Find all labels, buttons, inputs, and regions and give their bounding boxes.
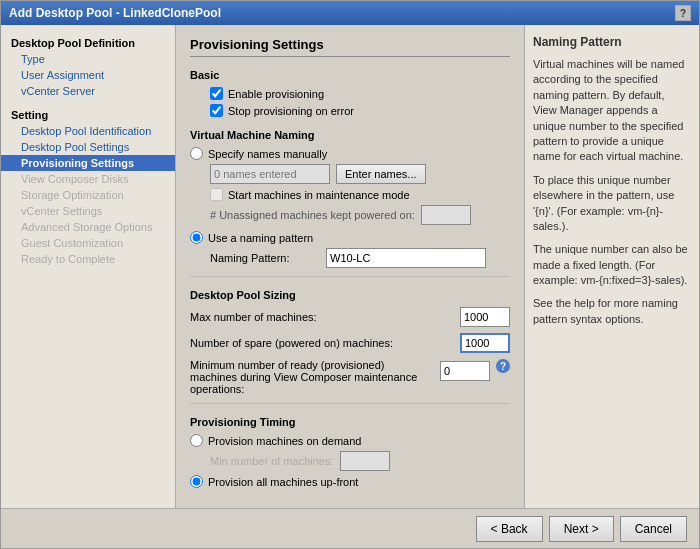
content-area: Desktop Pool Definition Type User Assign… xyxy=(1,25,699,508)
sidebar-item-provisioning-settings[interactable]: Provisioning Settings xyxy=(1,155,175,171)
stop-on-error-checkbox[interactable] xyxy=(210,104,223,117)
main-header: Provisioning Settings xyxy=(190,37,510,57)
sidebar-item-composer-disks: View Composer Disks xyxy=(1,171,175,187)
footer: < Back Next > Cancel xyxy=(1,508,699,548)
names-entered-input[interactable] xyxy=(210,164,330,184)
cancel-button[interactable]: Cancel xyxy=(620,516,687,542)
sidebar-item-guest-customization: Guest Customization xyxy=(1,235,175,251)
help-button[interactable]: ? xyxy=(675,5,691,21)
use-naming-pattern-row: Use a naming pattern xyxy=(190,231,510,244)
min-machines-input[interactable] xyxy=(340,451,390,471)
start-maintenance-checkbox[interactable] xyxy=(210,188,223,201)
specify-manually-label: Specify names manually xyxy=(208,148,327,160)
max-machines-label: Max number of machines: xyxy=(190,311,454,323)
sidebar-item-pool-settings[interactable]: Desktop Pool Settings xyxy=(1,139,175,155)
next-button[interactable]: Next > xyxy=(549,516,614,542)
vm-naming-section-title: Virtual Machine Naming xyxy=(190,129,510,141)
right-panel-text4: See the help for more naming pattern syn… xyxy=(533,296,691,327)
names-entered-row: Enter names... xyxy=(190,164,510,184)
naming-pattern-row: Naming Pattern: xyxy=(210,248,510,268)
sidebar-item-type[interactable]: Type xyxy=(1,51,175,67)
use-naming-pattern-radio[interactable] xyxy=(190,231,203,244)
stop-on-error-row: Stop provisioning on error xyxy=(190,104,510,117)
right-panel-title: Naming Pattern xyxy=(533,35,691,49)
max-machines-row: Max number of machines: xyxy=(190,307,510,327)
timing-section-title: Provisioning Timing xyxy=(190,416,510,428)
sidebar-item-vcenter-settings: vCenter Settings xyxy=(1,203,175,219)
enable-provisioning-checkbox[interactable] xyxy=(210,87,223,100)
naming-pattern-label: Naming Pattern: xyxy=(210,252,320,264)
stop-on-error-label: Stop provisioning on error xyxy=(228,105,354,117)
unassigned-input[interactable] xyxy=(421,205,471,225)
provision-upfront-label: Provision all machines up-front xyxy=(208,476,358,488)
right-panel-text1: Virtual machines will be named according… xyxy=(533,57,691,165)
min-ready-input[interactable] xyxy=(440,361,490,381)
specify-manually-radio[interactable] xyxy=(190,147,203,160)
enable-provisioning-row: Enable provisioning xyxy=(190,87,510,100)
window-title: Add Desktop Pool - LinkedClonePool xyxy=(9,6,221,20)
sidebar-item-ready-to-complete: Ready to Complete xyxy=(1,251,175,267)
provision-upfront-row: Provision all machines up-front xyxy=(190,475,510,488)
unassigned-label: # Unassigned machines kept powered on: xyxy=(210,209,415,221)
min-ready-row: Minimum number of ready (provisioned) ma… xyxy=(190,359,510,395)
basic-section-title: Basic xyxy=(190,69,510,81)
enable-provisioning-label: Enable provisioning xyxy=(228,88,324,100)
right-panel: Naming Pattern Virtual machines will be … xyxy=(524,25,699,508)
main-area: Provisioning Settings Basic Enable provi… xyxy=(176,25,699,508)
sidebar-section-pool-definition: Desktop Pool Definition xyxy=(1,33,175,51)
start-maintenance-label: Start machines in maintenance mode xyxy=(228,189,410,201)
provision-on-demand-label: Provision machines on demand xyxy=(208,435,361,447)
back-button[interactable]: < Back xyxy=(476,516,543,542)
right-panel-text2: To place this unique number elsewhere in… xyxy=(533,173,691,235)
sidebar-item-advanced-storage: Advanced Storage Options xyxy=(1,219,175,235)
sidebar-item-storage-optimization: Storage Optimization xyxy=(1,187,175,203)
sizing-section-title: Desktop Pool Sizing xyxy=(190,289,510,301)
min-ready-label: Minimum number of ready (provisioned) ma… xyxy=(190,359,434,395)
use-naming-pattern-label: Use a naming pattern xyxy=(208,232,313,244)
provision-on-demand-radio[interactable] xyxy=(190,434,203,447)
enter-names-button[interactable]: Enter names... xyxy=(336,164,426,184)
sidebar-item-pool-identification[interactable]: Desktop Pool Identification xyxy=(1,123,175,139)
window: Add Desktop Pool - LinkedClonePool ? Des… xyxy=(0,0,700,549)
help-icon[interactable]: ? xyxy=(496,359,510,373)
sidebar-item-vcenter-server[interactable]: vCenter Server xyxy=(1,83,175,99)
right-panel-text3: The unique number can also be made a fix… xyxy=(533,242,691,288)
main-content: Provisioning Settings Basic Enable provi… xyxy=(176,25,524,508)
sidebar-item-user-assignment[interactable]: User Assignment xyxy=(1,67,175,83)
provision-on-demand-row: Provision machines on demand xyxy=(190,434,510,447)
min-machines-label: Min number of machines: xyxy=(210,455,334,467)
spare-machines-label: Number of spare (powered on) machines: xyxy=(190,337,454,349)
sidebar-section-setting: Setting xyxy=(1,105,175,123)
spare-machines-input[interactable] xyxy=(460,333,510,353)
naming-pattern-input[interactable] xyxy=(326,248,486,268)
title-bar: Add Desktop Pool - LinkedClonePool ? xyxy=(1,1,699,25)
unassigned-row: # Unassigned machines kept powered on: xyxy=(190,205,510,225)
provision-upfront-radio[interactable] xyxy=(190,475,203,488)
spare-machines-row: Number of spare (powered on) machines: xyxy=(190,333,510,353)
sidebar: Desktop Pool Definition Type User Assign… xyxy=(1,25,176,508)
min-machines-row: Min number of machines: xyxy=(190,451,510,471)
max-machines-input[interactable] xyxy=(460,307,510,327)
start-maintenance-row: Start machines in maintenance mode xyxy=(190,188,510,201)
specify-manually-row: Specify names manually xyxy=(190,147,510,160)
